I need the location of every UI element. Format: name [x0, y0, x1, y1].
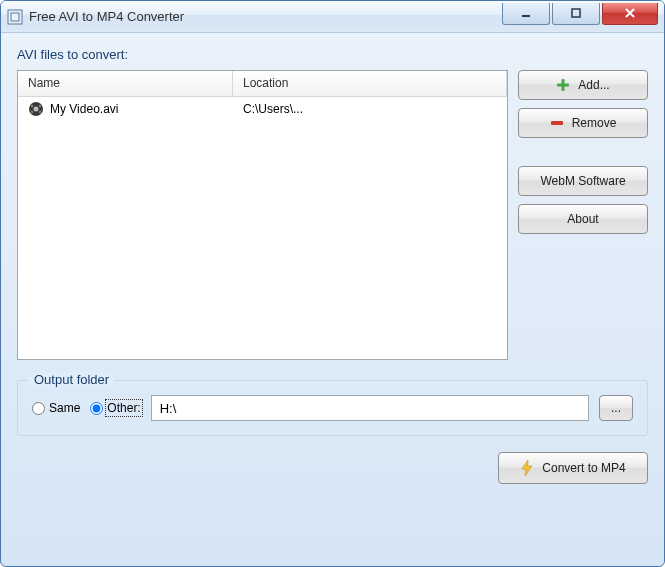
maximize-button[interactable]	[552, 3, 600, 25]
svg-point-8	[31, 111, 33, 113]
file-location: C:\Users\...	[243, 102, 303, 116]
output-row: Same Other: ...	[32, 395, 633, 421]
svg-rect-3	[572, 9, 580, 17]
browse-button[interactable]: ...	[599, 395, 633, 421]
svg-point-6	[31, 105, 33, 107]
add-label: Add...	[578, 78, 609, 92]
output-folder-group: Output folder Same Other: ...	[17, 380, 648, 436]
browse-label: ...	[611, 401, 621, 415]
minus-icon	[550, 116, 564, 130]
add-button[interactable]: Add...	[518, 70, 648, 100]
svg-rect-0	[8, 10, 22, 24]
file-list-header: Name Location	[18, 71, 507, 97]
window-controls	[502, 3, 658, 25]
video-file-icon	[28, 101, 44, 117]
remove-label: Remove	[572, 116, 617, 130]
plus-icon	[556, 78, 570, 92]
app-icon	[7, 9, 23, 25]
client-area: AVI files to convert: Name Location My V…	[1, 33, 664, 500]
files-section-label: AVI files to convert:	[17, 47, 648, 62]
minimize-icon	[520, 7, 532, 19]
col-header-name[interactable]: Name	[18, 71, 233, 96]
about-button[interactable]: About	[518, 204, 648, 234]
maximize-icon	[570, 7, 582, 19]
titlebar: Free AVI to MP4 Converter	[1, 1, 664, 33]
about-label: About	[567, 212, 598, 226]
cell-location: C:\Users\...	[233, 102, 507, 116]
app-window: Free AVI to MP4 Converter AVI files to c…	[0, 0, 665, 567]
close-icon	[624, 7, 636, 19]
radio-same[interactable]	[32, 402, 45, 415]
file-name: My Video.avi	[50, 102, 118, 116]
svg-rect-2	[522, 15, 530, 17]
svg-point-5	[34, 107, 39, 112]
webm-label: WebM Software	[540, 174, 625, 188]
close-button[interactable]	[602, 3, 658, 25]
output-path-input[interactable]	[151, 395, 589, 421]
svg-point-7	[39, 105, 41, 107]
radio-other[interactable]	[90, 402, 103, 415]
radio-same-wrap[interactable]: Same	[32, 401, 80, 415]
radio-other-label: Other:	[107, 401, 140, 415]
svg-rect-12	[551, 121, 563, 125]
lightning-icon	[520, 460, 534, 476]
convert-label: Convert to MP4	[542, 461, 625, 475]
side-buttons: Add... Remove WebM Software About	[518, 70, 648, 360]
spacer	[518, 146, 648, 158]
table-row[interactable]: My Video.avi C:\Users\...	[18, 97, 507, 121]
bottom-row: Convert to MP4	[17, 452, 648, 484]
radio-same-label: Same	[49, 401, 80, 415]
file-list[interactable]: Name Location My Video.avi C:\Users\...	[17, 70, 508, 360]
remove-button[interactable]: Remove	[518, 108, 648, 138]
file-area: Name Location My Video.avi C:\Users\...	[17, 70, 648, 360]
webm-button[interactable]: WebM Software	[518, 166, 648, 196]
cell-name: My Video.avi	[18, 101, 233, 117]
minimize-button[interactable]	[502, 3, 550, 25]
svg-point-9	[39, 111, 41, 113]
convert-button[interactable]: Convert to MP4	[498, 452, 648, 484]
output-group-title: Output folder	[28, 372, 115, 387]
col-header-location[interactable]: Location	[233, 71, 507, 96]
svg-rect-11	[557, 84, 569, 87]
window-title: Free AVI to MP4 Converter	[29, 9, 502, 24]
radio-other-wrap[interactable]: Other:	[90, 401, 140, 415]
